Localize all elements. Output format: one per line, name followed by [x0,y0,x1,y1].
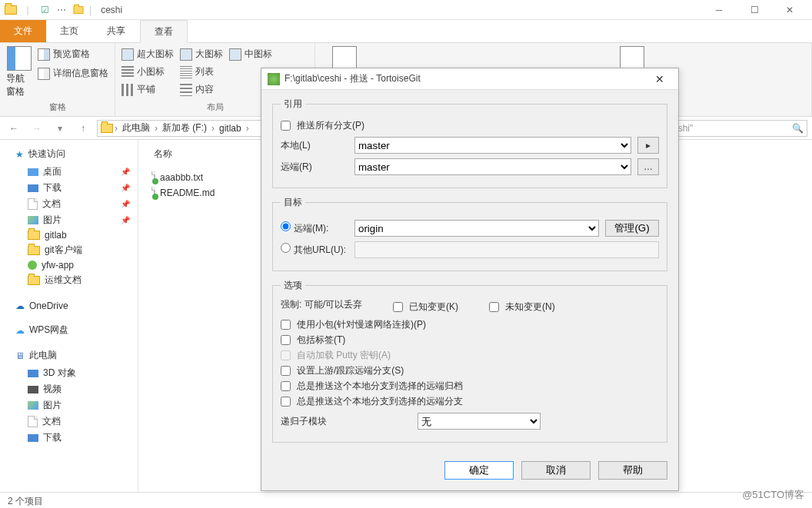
nav-pane-button[interactable]: 导航窗格 [6,46,32,98]
md-icon [229,48,241,61]
sidebar-item-ops-docs[interactable]: 运维文档 [0,272,138,288]
browse-local-button[interactable]: ▸ [637,137,659,154]
dialog-close-button[interactable]: ✕ [647,73,672,85]
folder-icon [28,276,40,285]
layout-extra-large[interactable]: 超大图标 [121,46,174,62]
tab-view[interactable]: 查看 [140,20,188,43]
preview-pane-button[interactable]: 预览窗格 [38,46,108,62]
sidebar-item-desktop[interactable]: 桌面📌 [0,164,138,180]
layout-tile[interactable]: 平铺 [121,81,174,98]
thin-pack-row[interactable]: 使用小包(针对慢速网络连接)(P) [281,318,659,331]
maximize-button[interactable]: ☐ [737,0,772,20]
search-box[interactable]: eshi" 🔍 [669,120,807,137]
layout-medium[interactable]: 中图标 [229,46,272,62]
sync-ok-badge [152,178,158,184]
sidebar-item-pictures2[interactable]: 图片 [0,397,138,413]
cancel-button[interactable]: 取消 [521,461,591,480]
dialog-body: 引用 推送所有分支(P) 本地(L) master ▸ 远端(R) master… [261,90,678,458]
layout-content[interactable]: 内容 [180,81,223,98]
known-changes-checkbox-row[interactable]: 已知变更(K) [393,300,458,314]
forward-button[interactable]: → [28,119,46,138]
ref-fieldset: 引用 推送所有分支(P) 本地(L) master ▸ 远端(R) master… [272,98,667,188]
sidebar-quick-access[interactable]: ★快速访问 [0,144,138,164]
upstream-checkbox[interactable] [281,366,291,376]
pictures-icon [28,401,38,410]
cloud-icon: ☁ [15,325,25,336]
tab-home[interactable]: 主页 [46,20,93,42]
local-branch-select[interactable]: master [354,137,631,154]
check-icon[interactable]: ☑ [38,4,51,16]
documents-icon [28,198,38,210]
known-changes-checkbox[interactable] [393,302,403,312]
force-label: 强制: 可能/可以丢弃 [281,298,362,316]
push-all-checkbox-row[interactable]: 推送所有分支(P) [281,119,659,132]
layout-large[interactable]: 大图标 [180,46,223,62]
putty-checkbox [281,350,291,360]
unknown-changes-checkbox[interactable] [489,302,499,312]
sidebar-item-documents2[interactable]: 文档 [0,413,138,430]
sidebar-item-pictures[interactable]: 图片📌 [0,212,138,228]
chevron-right-icon: › [211,123,215,134]
layout-small[interactable]: 小图标 [121,64,174,80]
qat-dropdown-icon[interactable]: ⋯ [55,4,68,16]
chevron-right-icon: › [246,123,249,134]
sidebar-item-3d[interactable]: 3D 对象 [0,365,138,381]
sidebar-item-yfw-app[interactable]: yfw-app [0,258,138,272]
remote-branch-select[interactable]: master [354,158,631,175]
always-archive-checkbox[interactable] [281,381,291,391]
thin-pack-checkbox[interactable] [281,320,291,330]
details-pane-icon [38,68,50,80]
qat-separator: | [22,4,34,16]
ok-button[interactable]: 确定 [444,461,514,480]
details-pane-button[interactable]: 详细信息窗格 [38,65,108,81]
sidebar-item-git-client[interactable]: git客户端 [0,242,138,258]
tab-share[interactable]: 共享 [93,20,140,42]
layout-list[interactable]: 列表 [180,64,223,80]
file-tab[interactable]: 文件 [0,20,46,42]
history-dropdown[interactable]: ▾ [51,119,69,138]
options-legend: 选项 [281,279,305,292]
manage-button[interactable]: 管理(G) [605,220,659,237]
ref-legend: 引用 [281,98,305,111]
close-button[interactable]: ✕ [772,0,807,20]
minimize-button[interactable]: ─ [701,0,737,20]
addr-segment[interactable]: 新加卷 (F:) [159,121,210,134]
sidebar-item-videos[interactable]: 视频 [0,381,138,397]
other-url-input[interactable] [354,241,659,258]
ribbon-group-panes: 导航窗格 预览窗格 详细信息窗格 窗格 [0,43,115,116]
back-button[interactable]: ← [5,119,23,138]
sidebar-item-downloads[interactable]: 下载📌 [0,180,138,196]
upstream-row[interactable]: 设置上游/跟踪远端分支(S) [281,364,659,377]
up-button[interactable]: ↑ [74,119,92,138]
sidebar-item-documents[interactable]: 文档📌 [0,196,138,212]
submodule-select[interactable]: 无 [418,413,541,430]
remote-select[interactable]: origin [354,220,599,237]
push-all-checkbox[interactable] [281,121,291,131]
unknown-changes-checkbox-row[interactable]: 未知变更(N) [489,300,555,314]
pictures-icon [28,216,38,224]
addr-segment[interactable]: 此电脑 [119,121,153,134]
include-tags-row[interactable]: 包括标签(T) [281,334,659,347]
other-url-radio[interactable] [281,243,291,253]
window-titlebar: | ☑ ⋯ | ceshi ─ ☐ ✕ [0,0,812,20]
help-button[interactable]: 帮助 [598,461,667,480]
always-branch-row[interactable]: 总是推送这个本地分支到选择的远端分支 [281,395,659,408]
remote-radio[interactable] [281,221,291,231]
folder-icon [5,4,17,16]
sidebar: ★快速访问 桌面📌 下载📌 文档📌 图片📌 gitlab git客户端 yfw-… [0,140,138,492]
local-label: 本地(L) [281,139,348,152]
include-tags-checkbox[interactable] [281,335,291,345]
sidebar-item-gitlab[interactable]: gitlab [0,228,138,242]
qat-divider: | [89,5,92,15]
chevron-right-icon: › [155,123,158,134]
browse-remote-button[interactable]: … [637,158,659,175]
sidebar-this-pc[interactable]: 🖥此电脑 [0,346,138,365]
always-archive-row[interactable]: 总是推送这个本地分支到选择的远端归档 [281,380,659,393]
sidebar-onedrive[interactable]: ☁OneDrive [0,297,138,314]
always-branch-checkbox[interactable] [281,397,291,407]
sidebar-item-downloads2[interactable]: 下载 [0,430,138,446]
addr-segment[interactable]: gitlab [216,123,245,134]
file-name: aaabbb.txt [160,172,203,183]
tile-icon [121,84,134,96]
sidebar-wps[interactable]: ☁WPS网盘 [0,320,138,340]
